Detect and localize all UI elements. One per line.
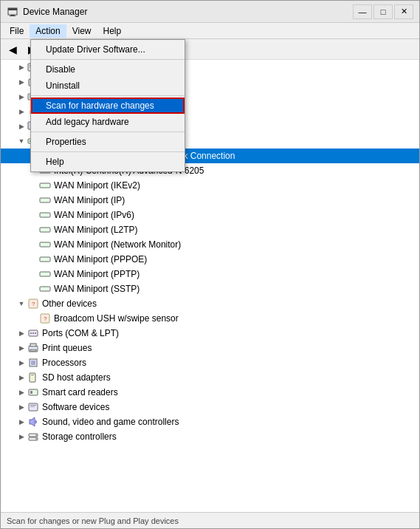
menu-item-uninstall[interactable]: Uninstall — [31, 78, 185, 94]
expand-icon-keyboards: ▶ — [16, 91, 27, 103]
label-ports: Ports (COM & LPT) — [42, 328, 119, 338]
label-other: Other devices — [42, 298, 97, 309]
menu-bar: File Action View Help Update Driver Soft… — [1, 23, 419, 39]
svg-rect-58 — [31, 375, 34, 375]
title-bar-icon — [7, 6, 18, 18]
svg-rect-2 — [10, 16, 16, 16]
expand-icon-monitors: ▶ — [16, 120, 27, 132]
expand-icon-network: ▼ — [16, 135, 27, 147]
tree-item-wan-ipv6[interactable]: WAN Miniport (IPv6) — [1, 208, 419, 222]
device-manager-window: Device Manager — □ ✕ File Action View He… — [0, 0, 420, 529]
tree-item-wan-pptp[interactable]: WAN Miniport (PPTP) — [1, 267, 419, 281]
svg-point-68 — [35, 438, 37, 440]
menu-item-disable[interactable]: Disable — [31, 61, 185, 78]
dropdown-separator-3 — [31, 132, 185, 132]
svg-rect-56 — [31, 361, 35, 365]
svg-marker-64 — [30, 417, 35, 426]
menu-file[interactable]: File — [4, 24, 30, 38]
tree-item-wan-ikev2[interactable]: WAN Miniport (IKEv2) — [1, 178, 419, 193]
label-software-devices: Software devices — [42, 402, 109, 412]
label-wan-ip: WAN Miniport (IP) — [54, 195, 125, 205]
dropdown-separator-1 — [31, 59, 185, 60]
tree-item-sd[interactable]: ▶ SD host adapters — [1, 370, 419, 385]
svg-rect-60 — [30, 391, 32, 394]
svg-rect-38 — [40, 213, 50, 217]
dropdown-separator-2 — [31, 95, 185, 96]
label-print: Print queues — [42, 343, 92, 353]
svg-rect-3 — [11, 15, 14, 16]
tree-item-sound[interactable]: ▶ Sound, video and game controllers — [1, 414, 419, 429]
close-button[interactable]: ✕ — [394, 4, 413, 19]
title-bar-controls: — □ ✕ — [353, 4, 413, 19]
title-bar: Device Manager — □ ✕ — [1, 1, 419, 23]
menu-item-add-legacy[interactable]: Add legacy hardware — [31, 114, 185, 130]
svg-point-49 — [30, 332, 32, 334]
label-wan-ipv6: WAN Miniport (IPv6) — [54, 210, 134, 220]
action-dropdown-menu: Update Driver Software... Disable Uninst… — [30, 39, 185, 172]
menu-item-help[interactable]: Help — [31, 154, 185, 170]
svg-text:?: ? — [32, 301, 35, 307]
tree-item-storage[interactable]: ▶ Storage controllers — [1, 429, 419, 444]
label-wan-pptp: WAN Miniport (PPTP) — [54, 269, 140, 279]
tree-item-wan-ip[interactable]: WAN Miniport (IP) — [1, 193, 419, 208]
svg-point-50 — [32, 332, 34, 334]
svg-rect-41 — [40, 257, 50, 262]
label-processors: Processors — [42, 358, 86, 368]
svg-rect-54 — [30, 349, 36, 351]
tree-item-wan-l2tp[interactable]: WAN Miniport (L2TP) — [1, 222, 419, 237]
minimize-button[interactable]: — — [353, 4, 372, 19]
label-wan-ikev2: WAN Miniport (IKEv2) — [54, 180, 140, 191]
expand-icon-ide: ▶ — [16, 61, 27, 73]
svg-rect-59 — [29, 389, 38, 395]
tree-item-smart-card[interactable]: ▶ Smart card readers — [1, 385, 419, 400]
menu-action[interactable]: Action — [30, 24, 66, 38]
svg-rect-39 — [40, 228, 50, 232]
svg-rect-1 — [8, 8, 17, 10]
menu-item-update-driver[interactable]: Update Driver Software... — [31, 41, 185, 58]
menu-view[interactable]: View — [66, 24, 97, 38]
toolbar-back-btn[interactable]: ◀ — [4, 41, 21, 58]
dropdown-separator-4 — [31, 151, 185, 152]
svg-point-51 — [35, 332, 36, 334]
svg-rect-42 — [40, 272, 50, 276]
tree-item-wan-pppoe[interactable]: WAN Miniport (PPPOE) — [1, 252, 419, 267]
label-broadcom: Broadcom USH w/swipe sensor — [54, 313, 179, 324]
expand-icon-imaging: ▶ — [16, 76, 27, 88]
label-sound: Sound, video and game controllers — [42, 417, 179, 427]
tree-item-broadcom[interactable]: ? Broadcom USH w/swipe sensor — [1, 311, 419, 326]
tree-item-print[interactable]: ▶ Print queues — [1, 341, 419, 355]
svg-rect-36 — [40, 183, 50, 188]
label-wan-l2tp: WAN Miniport (L2TP) — [54, 225, 138, 235]
tree-item-wan-netmon[interactable]: WAN Miniport (Network Monitor) — [1, 237, 419, 252]
expand-icon-mice: ▶ — [16, 106, 27, 117]
menu-item-scan-hardware[interactable]: Scan for hardware changes — [31, 98, 185, 114]
menu-item-properties[interactable]: Properties — [31, 134, 185, 150]
label-wan-pppoe: WAN Miniport (PPPOE) — [54, 254, 147, 264]
tree-item-software-devices[interactable]: ▶ Software devices — [1, 400, 419, 414]
svg-rect-37 — [40, 198, 50, 202]
status-bar: Scan for changes or new Plug and Play de… — [1, 512, 419, 528]
maximize-button[interactable]: □ — [373, 4, 393, 19]
svg-rect-53 — [30, 344, 36, 347]
title-bar-title: Device Manager — [23, 7, 353, 17]
tree-item-other[interactable]: ▼ ? Other devices — [1, 296, 419, 311]
tree-item-ports[interactable]: ▶ Ports (COM & LPT) — [1, 326, 419, 341]
label-sd: SD host adapters — [42, 372, 111, 383]
menu-help[interactable]: Help — [97, 24, 128, 38]
label-wan-sstp: WAN Miniport (SSTP) — [54, 284, 140, 294]
svg-rect-40 — [40, 242, 50, 247]
label-wan-netmon: WAN Miniport (Network Monitor) — [54, 239, 181, 250]
svg-point-67 — [35, 434, 37, 436]
tree-item-processors[interactable]: ▶ Processors — [1, 355, 419, 370]
tree-item-wan-sstp[interactable]: WAN Miniport (SSTP) — [1, 281, 419, 296]
svg-rect-57 — [30, 373, 35, 382]
label-storage: Storage controllers — [42, 431, 117, 442]
svg-rect-62 — [30, 405, 36, 406]
svg-text:?: ? — [44, 315, 47, 322]
status-text: Scan for changes or new Plug and Play de… — [7, 516, 179, 525]
label-smart-card: Smart card readers — [42, 387, 118, 397]
svg-rect-63 — [30, 406, 35, 407]
svg-rect-43 — [40, 287, 50, 291]
